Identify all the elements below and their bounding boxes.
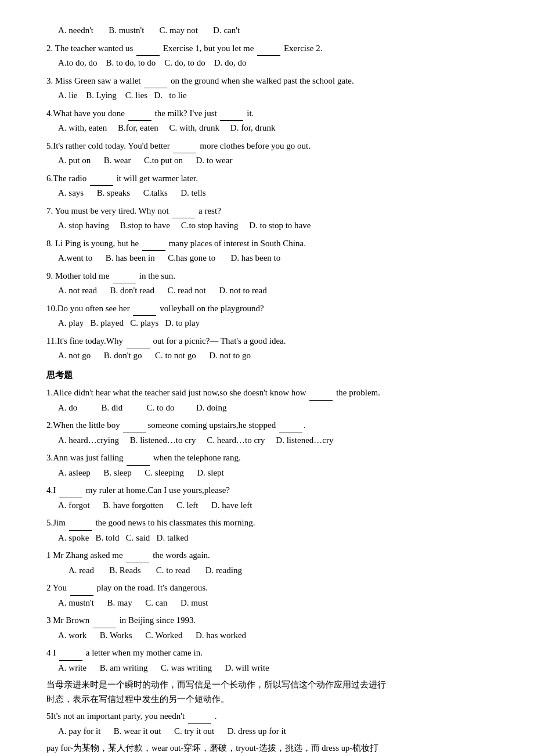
- question-0: A. needn't B. mustn't C. may not D. can'…: [46, 23, 499, 38]
- question-4: 4.What have you done the milk? I've just…: [46, 106, 499, 136]
- q9-options: A. not read B. don't read C. read not D.…: [46, 283, 499, 298]
- s5-options: A. spoke B. told C. said D. talked: [46, 531, 499, 546]
- q3-text: 3. Miss Green saw a wallet on the ground…: [46, 73, 499, 89]
- q9-text: 9. Mother told me in the sun.: [46, 268, 499, 284]
- q2-options: A.to do, do B. to do, to do C. do, to do…: [46, 56, 499, 71]
- s10-options: A. pay for it B. wear it out C. try it o…: [46, 724, 499, 739]
- q3-options: A. lie B. Lying C. lies D. to lie: [46, 88, 499, 103]
- s-question-6: 1 Mr Zhang asked me the words again. A. …: [46, 548, 499, 578]
- q6-text: 6.The radio it will get warmer later.: [46, 171, 499, 186]
- s6-text: 1 Mr Zhang asked me the words again.: [46, 548, 499, 563]
- q10-options: A. play B. played C. plays D. to play: [46, 316, 499, 331]
- s-question-2: 2.When the little boy someone coming ups…: [46, 417, 499, 448]
- q6-options: A. says B. speaks C.talks D. tells: [46, 186, 499, 201]
- section-title: 思考题: [46, 368, 499, 383]
- question-11: 11.It's fine today.Why out for a picnic?…: [46, 333, 499, 363]
- s9-explanation: 当母亲进来时是一个瞬时的动作，而写信是一个长动作，所以写信这个动作应用过去进行时…: [46, 678, 499, 706]
- s6-options: A. read B. Reads C. to read D. reading: [46, 563, 499, 578]
- question-7: 7. You must be very tired. Why not a res…: [46, 203, 499, 233]
- s-question-3: 3.Ann was just falling when the telephon…: [46, 450, 499, 480]
- s-question-4: 4.I my ruler at home.Can I use yours,ple…: [46, 483, 499, 513]
- q4-text: 4.What have you done the milk? I've just…: [46, 106, 499, 121]
- s-question-1: 1.Alice didn't hear what the teacher sai…: [46, 385, 499, 415]
- q11-options: A. not go B. don't go C. to not go D. no…: [46, 348, 499, 363]
- s8-options: A. work B. Works C. Worked D. has worked: [46, 628, 499, 643]
- s2-text: 2.When the little boy someone coming ups…: [46, 417, 499, 433]
- s3-text: 3.Ann was just falling when the telephon…: [46, 450, 499, 466]
- s4-text: 4.I my ruler at home.Can I use yours,ple…: [46, 483, 499, 498]
- q2-text: 2. The teacher wanted us Exercise 1, but…: [46, 41, 499, 56]
- question-6: 6.The radio it will get warmer later. A.…: [46, 171, 499, 201]
- q7-options: A. stop having B.stop to have C.to stop …: [46, 218, 499, 233]
- question-8: 8. Li Ping is young, but he many places …: [46, 236, 499, 266]
- s1-options: A. do B. did C. to do D. doing: [46, 401, 499, 416]
- question-2: 2. The teacher wanted us Exercise 1, but…: [46, 41, 499, 71]
- s-question-9: 4 I a letter when my mother came in. A. …: [46, 645, 499, 675]
- s-question-10: 5It's not an important party, you needn'…: [46, 708, 499, 739]
- s9-text: 4 I a letter when my mother came in.: [46, 645, 499, 661]
- s9-options: A. write B. am writing C. was writing D.…: [46, 661, 499, 676]
- q0-options: A. needn't B. mustn't C. may not D. can'…: [46, 23, 499, 38]
- question-9: 9. Mother told me in the sun. A. not rea…: [46, 268, 499, 298]
- s2-options: A. heard…crying B. listened…to cry C. he…: [46, 433, 499, 448]
- q8-options: A.went to B. has been in C.has gone to D…: [46, 251, 499, 266]
- question-3: 3. Miss Green saw a wallet on the ground…: [46, 73, 499, 103]
- question-5: 5.It's rather cold today. You'd better m…: [46, 138, 499, 168]
- s10-explanation: pay for-为某物，某人付款，wear out-穿坏，磨破，tryout-选…: [46, 741, 499, 756]
- s4-options: A. forgot B. have forgotten C. left D. h…: [46, 498, 499, 513]
- s-question-5: 5.Jim the good news to his classmates th…: [46, 515, 499, 545]
- q5-text: 5.It's rather cold today. You'd better m…: [46, 138, 499, 154]
- q4-options: A. with, eaten B.for, eaten C. with, dru…: [46, 121, 499, 136]
- s1-text: 1.Alice didn't hear what the teacher sai…: [46, 385, 499, 401]
- s3-options: A. asleep B. sleep C. sleeping D. slept: [46, 466, 499, 481]
- s5-text: 5.Jim the good news to his classmates th…: [46, 515, 499, 531]
- main-content: A. needn't B. mustn't C. may not D. can'…: [46, 23, 499, 756]
- s-question-7: 2 You play on the road. It's dangerous. …: [46, 580, 499, 610]
- question-10: 10.Do you often see her volleyball on th…: [46, 301, 499, 331]
- s10-text: 5It's not an important party, you needn'…: [46, 708, 499, 724]
- s7-options: A. mustn't B. may C. can D. must: [46, 596, 499, 611]
- q8-text: 8. Li Ping is young, but he many places …: [46, 236, 499, 251]
- q7-text: 7. You must be very tired. Why not a res…: [46, 203, 499, 219]
- s7-text: 2 You play on the road. It's dangerous.: [46, 580, 499, 596]
- q11-text: 11.It's fine today.Why out for a picnic?…: [46, 333, 499, 349]
- q10-text: 10.Do you often see her volleyball on th…: [46, 301, 499, 316]
- q5-options: A. put on B. wear C.to put on D. to wear: [46, 153, 499, 168]
- s8-text: 3 Mr Brown in Beijing since 1993.: [46, 613, 499, 628]
- s-question-8: 3 Mr Brown in Beijing since 1993. A. wor…: [46, 613, 499, 643]
